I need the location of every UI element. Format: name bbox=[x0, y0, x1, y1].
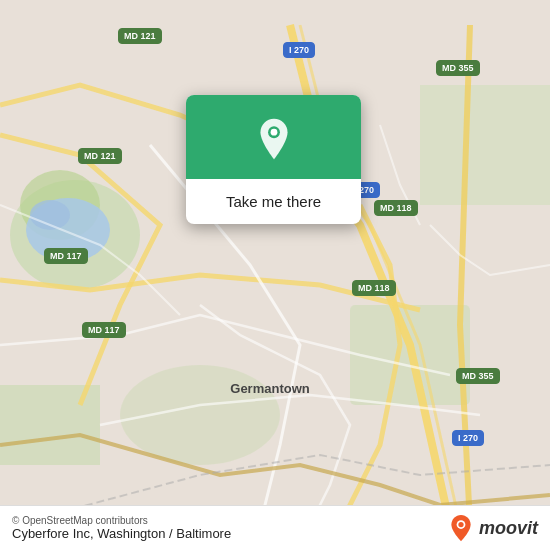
svg-rect-8 bbox=[420, 85, 550, 205]
road-badge-md117-bot: MD 117 bbox=[82, 322, 126, 338]
map-container: Germantown MD 121 I 270 MD 355 MD 121 27… bbox=[0, 0, 550, 550]
road-badge-md355-top: MD 355 bbox=[436, 60, 480, 76]
road-badge-i270-bot: I 270 bbox=[452, 430, 484, 446]
take-me-there-button[interactable]: Take me there bbox=[186, 179, 361, 224]
road-badge-md121-mid: MD 121 bbox=[78, 148, 122, 164]
company-name: Cyberfore Inc, Washington / Baltimore bbox=[12, 526, 231, 541]
bottom-left: © OpenStreetMap contributors Cyberfore I… bbox=[12, 515, 231, 541]
map-background: Germantown bbox=[0, 0, 550, 550]
svg-point-11 bbox=[270, 129, 277, 136]
svg-point-13 bbox=[458, 522, 463, 527]
moovit-pin-icon bbox=[447, 514, 475, 542]
moovit-logo: moovit bbox=[447, 514, 538, 542]
road-badge-md121-top: MD 121 bbox=[118, 28, 162, 44]
road-badge-i270-top: I 270 bbox=[283, 42, 315, 58]
road-badge-md355-bot: MD 355 bbox=[456, 368, 500, 384]
road-badge-md118-bot: MD 118 bbox=[352, 280, 396, 296]
road-badge-md117: MD 117 bbox=[44, 248, 88, 264]
svg-text:Germantown: Germantown bbox=[230, 381, 310, 396]
road-badge-md118-top: MD 118 bbox=[374, 200, 418, 216]
moovit-brand-text: moovit bbox=[479, 518, 538, 539]
bottom-bar: © OpenStreetMap contributors Cyberfore I… bbox=[0, 505, 550, 550]
popup-green-area bbox=[186, 95, 361, 179]
popup-card: Take me there bbox=[186, 95, 361, 224]
attribution: © OpenStreetMap contributors bbox=[12, 515, 231, 526]
location-pin-icon bbox=[252, 117, 296, 161]
